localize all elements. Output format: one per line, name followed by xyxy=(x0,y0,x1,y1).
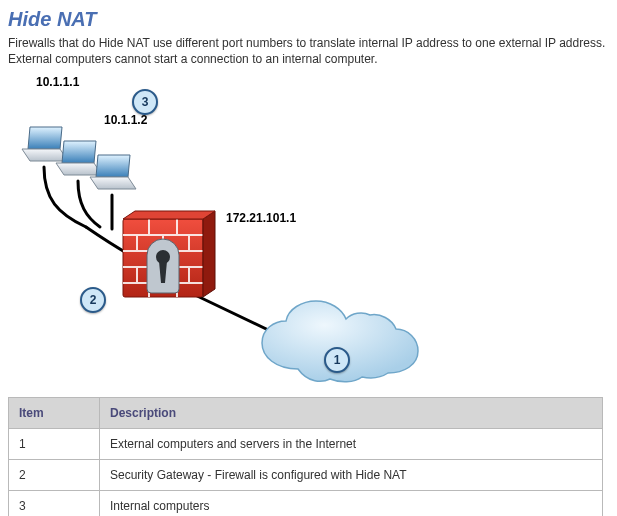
cell-item: 1 xyxy=(9,429,100,460)
page-description: Firewalls that do Hide NAT use different… xyxy=(8,35,609,67)
cell-desc: External computers and servers in the In… xyxy=(100,429,603,460)
computer-icon xyxy=(22,127,68,161)
table-row: 3 Internal computers xyxy=(9,491,603,516)
diagram-svg xyxy=(8,69,608,389)
cell-item: 3 xyxy=(9,491,100,516)
svg-marker-24 xyxy=(123,211,215,219)
cell-desc: Security Gateway - Firewall is configure… xyxy=(100,460,603,491)
svg-marker-4 xyxy=(96,155,130,177)
svg-marker-0 xyxy=(28,127,62,149)
computer-icon xyxy=(56,141,102,175)
svg-marker-3 xyxy=(56,163,102,175)
table-row: 1 External computers and servers in the … xyxy=(9,429,603,460)
svg-marker-2 xyxy=(62,141,96,163)
col-header-description: Description xyxy=(100,398,603,429)
ip-label-internal-1: 10.1.1.1 xyxy=(36,75,79,89)
cell-item: 2 xyxy=(9,460,100,491)
computer-icon xyxy=(90,155,136,189)
col-header-item: Item xyxy=(9,398,100,429)
ip-label-internal-2: 10.1.1.2 xyxy=(104,113,147,127)
table-row: Item Description xyxy=(9,398,603,429)
ip-label-external: 172.21.101.1 xyxy=(226,211,296,225)
svg-marker-23 xyxy=(203,211,215,297)
svg-marker-1 xyxy=(22,149,68,161)
page-title: Hide NAT xyxy=(8,8,609,31)
cell-desc: Internal computers xyxy=(100,491,603,516)
table-row: 2 Security Gateway - Firewall is configu… xyxy=(9,460,603,491)
svg-marker-5 xyxy=(90,177,136,189)
network-diagram: 10.1.1.1 10.1.1.2 172.21.101.1 1 2 3 xyxy=(8,69,608,389)
legend-table: Item Description 1 External computers an… xyxy=(8,397,603,516)
firewall-icon xyxy=(123,211,215,297)
